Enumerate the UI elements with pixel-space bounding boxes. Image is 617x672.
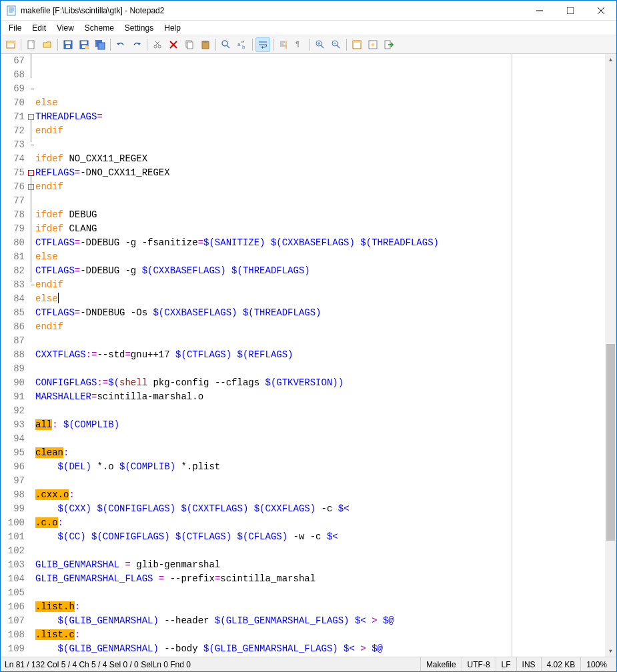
menu-scheme[interactable]: Scheme (79, 22, 119, 34)
toolbar-separator (252, 39, 253, 51)
line-number: 84 (1, 292, 25, 306)
code-line[interactable]: endif (35, 278, 605, 292)
status-language[interactable]: Makefile (420, 657, 462, 671)
toolbar-separator (346, 39, 347, 51)
long-lines-icon[interactable] (276, 37, 291, 52)
fold-margin[interactable]: −−− (27, 54, 35, 657)
line-number: 109 (1, 642, 25, 656)
code-line[interactable]: endif (35, 124, 605, 138)
customize-icon[interactable] (366, 37, 380, 52)
exit-icon[interactable] (382, 37, 396, 52)
whitespace-icon[interactable]: ¶ (292, 37, 307, 52)
code-line[interactable]: .list.c: (35, 628, 605, 642)
svg-point-18 (85, 45, 89, 49)
undo-icon[interactable] (113, 37, 128, 52)
toolbar-separator (215, 39, 216, 51)
paste-icon[interactable] (198, 37, 213, 52)
line-number: 97 (1, 474, 25, 488)
code-line[interactable] (35, 138, 605, 152)
save-copy-icon[interactable] (93, 37, 107, 52)
code-line[interactable] (35, 362, 605, 376)
code-line[interactable]: MARSHALLER=scintilla-marshal.o (35, 390, 605, 404)
code-line[interactable]: endif (35, 320, 605, 334)
code-line[interactable]: $(GLIB_GENMARSHAL) --header $(GLIB_GENMA… (35, 614, 605, 628)
find-icon[interactable] (219, 37, 233, 52)
code-content[interactable]: elseTHREADFLAGS=endififdef NO_CXX11_REGE… (35, 54, 605, 657)
code-line[interactable]: THREADFLAGS= (35, 110, 605, 124)
scroll-down-button[interactable]: ▼ (605, 645, 616, 657)
code-line[interactable]: .c.o: (35, 516, 605, 530)
code-line[interactable]: .cxx.o: (35, 488, 605, 502)
save-as-icon[interactable] (77, 37, 91, 52)
code-line[interactable]: all: $(COMPLIB) (35, 418, 605, 432)
maximize-button[interactable] (555, 1, 586, 21)
status-zoom[interactable]: 100% (580, 657, 612, 671)
new-window-icon[interactable] (3, 37, 18, 52)
copy-icon[interactable] (182, 37, 197, 52)
code-line[interactable]: $(CC) $(CONFIGFLAGS) $(CTFLAGS) $(CFLAGS… (35, 530, 605, 544)
code-line[interactable] (35, 474, 605, 488)
line-number: 106 (1, 600, 25, 614)
code-line[interactable]: .list.h: (35, 600, 605, 614)
code-line[interactable]: $(CXX) $(CONFIGFLAGS) $(CXXTFLAGS) $(CXX… (35, 502, 605, 516)
code-line[interactable]: endif (35, 180, 605, 194)
svg-point-22 (158, 45, 161, 48)
menu-help[interactable]: Help (159, 22, 186, 34)
minimize-button[interactable] (524, 1, 555, 21)
cut-icon[interactable] (150, 37, 165, 52)
code-line[interactable]: else (35, 96, 605, 110)
code-line[interactable]: GLIB_GENMARSHAL = glib-genmarshal (35, 558, 605, 572)
code-line[interactable] (35, 334, 605, 348)
menu-file[interactable]: File (3, 22, 27, 34)
code-line[interactable]: else (35, 292, 605, 306)
scheme-icon[interactable] (350, 37, 364, 52)
delete-icon[interactable] (166, 37, 181, 52)
replace-icon[interactable]: ab (235, 37, 249, 52)
line-number: 80 (1, 236, 25, 250)
code-line[interactable]: CONFIGFLAGS:=$(shell pkg-config --cflags… (35, 376, 605, 390)
code-line[interactable]: CXXTFLAGS:=--std=gnu++17 $(CTFLAGS) $(RE… (35, 348, 605, 362)
editor-area[interactable]: 6768697071727374757677787980818283848586… (1, 54, 616, 657)
fold-toggle[interactable]: − (28, 114, 34, 120)
redo-icon[interactable] (129, 37, 144, 52)
word-wrap-icon[interactable] (255, 37, 270, 52)
open-file-icon[interactable] (40, 37, 55, 52)
code-line[interactable]: REFLAGS=-DNO_CXX11_REGEX (35, 166, 605, 180)
code-line[interactable]: CTFLAGS=-DDEBUG -g -fsanitize=$(SANITIZE… (35, 236, 605, 250)
code-line[interactable]: ifdef CLANG (35, 222, 605, 236)
code-line[interactable]: $(GLIB_GENMARSHAL) --body $(GLIB_GENMARS… (35, 642, 605, 656)
code-line[interactable] (35, 432, 605, 446)
statusbar: Ln 81 / 132 Col 5 / 4 Ch 5 / 4 Sel 0 / 0… (1, 657, 616, 671)
code-line[interactable] (35, 404, 605, 418)
save-icon[interactable] (61, 37, 75, 52)
close-button[interactable] (586, 1, 616, 21)
fold-toggle[interactable]: − (28, 170, 34, 176)
zoom-in-icon[interactable] (313, 37, 328, 52)
code-line[interactable]: ifdef DEBUG (35, 208, 605, 222)
code-line[interactable]: GLIB_GENMARSHAL_FLAGS = --prefix=scintil… (35, 572, 605, 586)
code-line[interactable]: $(DEL) *.o $(COMPLIB) *.plist (35, 460, 605, 474)
code-line[interactable] (35, 544, 605, 558)
code-line[interactable]: else (35, 250, 605, 264)
menu-settings[interactable]: Settings (119, 22, 159, 34)
code-line[interactable] (35, 586, 605, 600)
scroll-thumb[interactable] (606, 344, 615, 541)
code-line[interactable]: clean: (35, 446, 605, 460)
code-line[interactable] (35, 656, 605, 657)
code-line[interactable]: ifdef NO_CXX11_REGEX (35, 152, 605, 166)
code-line[interactable]: CTFLAGS=-DDEBUG -g $(CXXBASEFLAGS) $(THR… (35, 264, 605, 278)
vertical-scrollbar[interactable]: ▲ ▼ (605, 54, 616, 657)
menu-edit[interactable]: Edit (27, 22, 51, 34)
line-number: 78 (1, 208, 25, 222)
scroll-up-button[interactable]: ▲ (605, 54, 616, 65)
status-encoding[interactable]: UTF-8 (462, 657, 496, 671)
line-number: 102 (1, 544, 25, 558)
status-insert-mode[interactable]: INS (516, 657, 541, 671)
menu-view[interactable]: View (51, 22, 79, 34)
new-file-icon[interactable] (24, 37, 39, 52)
zoom-out-icon[interactable] (329, 37, 344, 52)
scroll-track[interactable] (605, 65, 616, 645)
code-line[interactable] (35, 194, 605, 208)
status-eol[interactable]: LF (496, 657, 516, 671)
code-line[interactable]: CTFLAGS=-DNDEBUG -Os $(CXXBASEFLAGS) $(T… (35, 306, 605, 320)
